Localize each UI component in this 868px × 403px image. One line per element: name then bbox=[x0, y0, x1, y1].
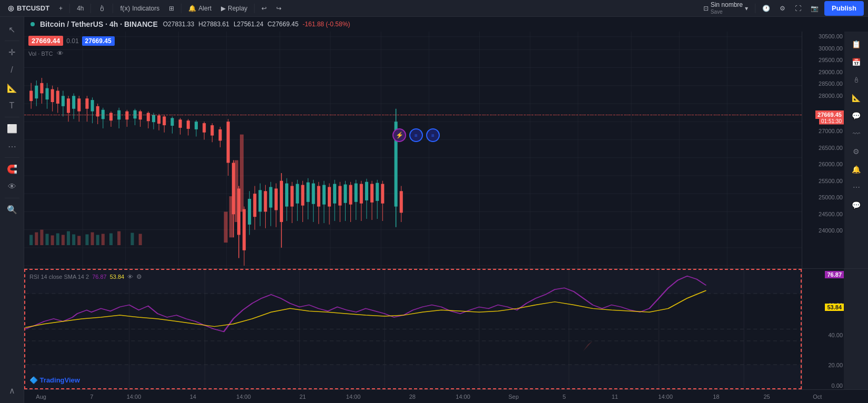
svg-rect-134 bbox=[280, 181, 283, 222]
main-chart[interactable]: 27669.44 0.01 27669.45 Vol · BTC 👁 ⚡ ≡ ≡ bbox=[24, 32, 802, 268]
calendar-tool[interactable]: 📅 bbox=[848, 54, 865, 70]
comment-tool[interactable]: 💬 bbox=[848, 107, 865, 124]
shapes-tool[interactable]: ⬜ bbox=[4, 120, 21, 137]
redo-icon: ↪ bbox=[276, 5, 281, 12]
svg-rect-62 bbox=[51, 89, 54, 102]
alert-icon-list2[interactable]: ≡ bbox=[426, 128, 440, 142]
svg-rect-68 bbox=[67, 98, 70, 113]
time-aug: Aug bbox=[36, 394, 46, 400]
svg-rect-156 bbox=[338, 186, 341, 205]
data-tool[interactable]: 〰 bbox=[848, 125, 865, 142]
eye-vol-icon[interactable]: 👁 bbox=[57, 49, 64, 57]
rsi-label: RSI 14 close SMA 14 2 76.87 53.84 👁 ⚙ bbox=[29, 273, 142, 280]
right-toolbar: 📋 📅 🕯 📐 💬 〰 ⚙ 🔔 ⋯ 💬 bbox=[844, 32, 868, 268]
tradingview-logo: 🔷 TradingView bbox=[29, 376, 80, 384]
hotlist-tool[interactable]: ⚙ bbox=[848, 143, 865, 160]
svg-rect-35 bbox=[51, 235, 54, 245]
main-chart-svg bbox=[24, 32, 802, 268]
rsi-chart[interactable]: RSI 14 close SMA 14 2 76.87 53.84 👁 ⚙ bbox=[24, 269, 802, 389]
svg-rect-136 bbox=[285, 184, 288, 207]
rsi-eye-icon[interactable]: 👁 bbox=[127, 274, 133, 280]
svg-rect-46 bbox=[117, 231, 120, 245]
fullscreen-icon: ⛶ bbox=[795, 5, 801, 12]
alerts-icon: 🔔 bbox=[852, 165, 861, 174]
alert-icon-lightning[interactable]: ⚡ bbox=[392, 128, 406, 142]
layout-name-btn[interactable]: ⊡ Sin nombre Save ▾ bbox=[700, 0, 752, 17]
svg-rect-160 bbox=[349, 185, 352, 205]
undo-icon: ↩ bbox=[261, 5, 267, 12]
draw-line-tool[interactable]: / bbox=[4, 62, 21, 78]
current-price-box: 27669.44 bbox=[28, 36, 63, 46]
redo-btn[interactable]: ↪ bbox=[272, 3, 285, 14]
screenshot-btn[interactable]: 📷 bbox=[807, 3, 822, 14]
svg-rect-120 bbox=[243, 209, 246, 250]
left-toolbar: ↖ ✛ / 📐 T ⬜ ⋯ 🧲 👁 🔍 ∧ bbox=[0, 17, 24, 403]
price-change: -161.88 (-0.58%) bbox=[302, 21, 350, 28]
rsi-val1: 76.87 bbox=[92, 274, 107, 280]
undo-btn[interactable]: ↩ bbox=[258, 3, 270, 14]
settings-btn[interactable]: ⚙ bbox=[776, 3, 789, 14]
symbol-selector[interactable]: ◎ BTCUSDT bbox=[4, 3, 53, 14]
crosshair-tool[interactable]: ✛ bbox=[4, 44, 21, 61]
chart-container: Bitcoin / TetherUS · 4h · BINANCE O27831… bbox=[24, 17, 868, 403]
svg-rect-49 bbox=[224, 211, 228, 243]
clock-icon-btn[interactable]: 🕐 bbox=[759, 3, 774, 14]
candle-tool[interactable]: 🕯 bbox=[848, 72, 865, 88]
alert-btn[interactable]: 🔔 Alert bbox=[185, 3, 215, 14]
clock-icon: 🕐 bbox=[762, 5, 770, 12]
svg-rect-32 bbox=[35, 233, 38, 245]
svg-rect-56 bbox=[35, 86, 38, 98]
fullscreen-btn[interactable]: ⛶ bbox=[791, 3, 805, 14]
alert-icon: 🔔 bbox=[188, 5, 196, 12]
price-26000: 26000.00 bbox=[819, 161, 843, 167]
toolbar-right: ⊡ Sin nombre Save ▾ 🕐 ⚙ ⛶ 📷 Publish bbox=[700, 0, 864, 17]
rsi-settings-icon[interactable]: ⚙ bbox=[136, 273, 142, 280]
time-sep: Sep bbox=[509, 394, 519, 400]
extras-tool[interactable]: ⋯ bbox=[848, 179, 865, 196]
hide-drawings-tool[interactable]: 👁 bbox=[4, 178, 21, 195]
layout-icon: ⊞ bbox=[169, 5, 174, 12]
more-tools[interactable]: ⋯ bbox=[4, 138, 21, 155]
time-1400-5: 14:00 bbox=[658, 394, 673, 400]
svg-rect-176 bbox=[400, 191, 403, 213]
chevron-down-icon: ▾ bbox=[745, 5, 748, 12]
fib-tool[interactable]: 📐 bbox=[4, 79, 21, 96]
svg-rect-164 bbox=[360, 184, 363, 204]
interval-selector[interactable]: 4h bbox=[73, 3, 87, 14]
replay-btn[interactable]: ▶ Replay bbox=[217, 3, 251, 14]
layout-btn[interactable]: ⊞ bbox=[165, 3, 178, 14]
zoom-tool[interactable]: 🔍 bbox=[4, 201, 21, 218]
time-5: 5 bbox=[562, 394, 566, 400]
svg-rect-124 bbox=[253, 194, 256, 217]
pair-status-dot bbox=[31, 22, 35, 26]
tv-logo-text: 🔷 TradingView bbox=[29, 376, 80, 384]
chat-tool[interactable]: 💬 bbox=[848, 197, 865, 214]
replay-icon: ▶ bbox=[221, 5, 226, 12]
magnet-tool[interactable]: 🧲 bbox=[4, 160, 21, 177]
rsi-val2: 53.84 bbox=[110, 274, 125, 280]
symbol-name: BTCUSDT bbox=[17, 4, 49, 12]
current-price-time: 01:51:30 bbox=[819, 117, 844, 124]
layout-name-container: Sin nombre Save bbox=[711, 1, 743, 15]
rsi-price-axis: 80.00 60.00 40.00 20.00 0.00 76.87 53.84 bbox=[802, 269, 844, 389]
text-tool[interactable]: T bbox=[4, 97, 21, 114]
time-axis: Aug 7 14:00 14 14:00 21 14:00 28 14:00 S… bbox=[24, 389, 868, 403]
svg-rect-162 bbox=[355, 184, 358, 202]
price-29000: 29000.00 bbox=[819, 69, 843, 75]
chart-type-btn[interactable]: 🕯 bbox=[94, 2, 109, 14]
watchlist-tool[interactable]: 📋 bbox=[848, 36, 865, 53]
svg-rect-114 bbox=[227, 122, 230, 163]
alerts-tool[interactable]: 🔔 bbox=[848, 161, 865, 178]
measure-tool[interactable]: 📐 bbox=[848, 89, 865, 106]
price-24000: 24000.00 bbox=[819, 227, 843, 234]
left-sep4 bbox=[5, 198, 19, 198]
add-symbol-btn[interactable]: + bbox=[55, 3, 66, 14]
cursor-tool[interactable]: ↖ bbox=[4, 21, 21, 38]
svg-rect-126 bbox=[258, 190, 261, 211]
scroll-tool[interactable]: ∧ bbox=[4, 382, 21, 399]
publish-button[interactable]: Publish bbox=[824, 1, 864, 16]
alert-icon-list1[interactable]: ≡ bbox=[409, 128, 423, 142]
svg-rect-47 bbox=[130, 233, 134, 245]
indicators-btn[interactable]: f(x) Indicators bbox=[116, 3, 163, 14]
svg-rect-152 bbox=[328, 187, 331, 206]
